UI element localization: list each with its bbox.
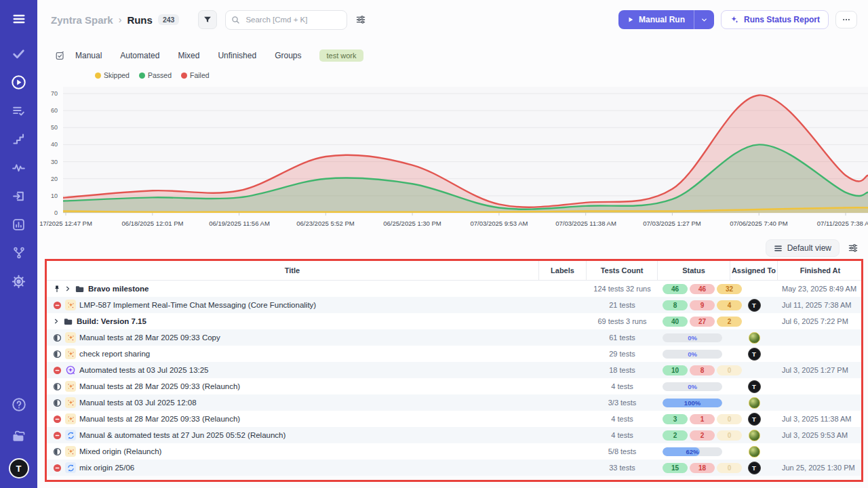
user-avatar[interactable]: T — [9, 458, 29, 479]
more-actions-button[interactable] — [835, 11, 857, 28]
title-cell: Mixed origin (Relaunch) — [46, 446, 539, 457]
finished-at-cell: Jul 3, 2025 9:53 AM — [778, 431, 863, 439]
column-settings-icon[interactable] — [848, 243, 859, 253]
legend-item-failed[interactable]: Failed — [181, 71, 210, 79]
table-row[interactable]: Manual tests at 03 Jul 2025 12:08 3/3 te… — [46, 394, 863, 411]
x-axis-tick: 07/03/2025 11:38 AM — [555, 220, 616, 227]
run-title[interactable]: Mixed origin (Relaunch) — [79, 447, 161, 455]
sidebar-item-help[interactable] — [10, 396, 28, 413]
in-progress-status-icon — [53, 382, 62, 391]
finished-at-cell: Jul 3, 2025 11:38 AM — [778, 415, 863, 423]
y-axis-tick: 40 — [37, 141, 58, 148]
finished-at-cell: Jul 11, 2025 7:38 AM — [778, 301, 863, 309]
column-header-finished-at[interactable]: Finished At — [778, 261, 863, 280]
tab-mixed[interactable]: Mixed — [178, 51, 199, 60]
sidebar-item-activity[interactable] — [10, 159, 28, 176]
sidebar-item-settings[interactable] — [10, 272, 28, 290]
assignee-avatar[interactable] — [749, 332, 760, 344]
table-row[interactable]: Build: Version 7.15 69 tests 3 runs 4027… — [46, 313, 863, 329]
assigned-to-cell — [730, 446, 778, 458]
table-row[interactable]: Automated tests at 03 Jul 2025 13:25 18 … — [46, 362, 863, 378]
default-view-button[interactable]: Default view — [766, 239, 840, 257]
table-row[interactable]: LMP-587 Implement Real-Time Chat Messagi… — [46, 297, 863, 313]
manual-run-icon — [65, 446, 76, 457]
table-row[interactable]: Bravo milestone 124 tests 32 runs 464632… — [46, 281, 863, 297]
run-title[interactable]: Manual tests at 03 Jul 2025 12:08 — [79, 399, 197, 407]
run-title[interactable]: Automated tests at 03 Jul 2025 13:25 — [79, 366, 209, 374]
runs-status-report-button[interactable]: Runs Status Report — [721, 10, 829, 29]
column-header-status[interactable]: Status — [658, 261, 730, 280]
run-title[interactable]: Manual & automated tests at 27 Jun 2025 … — [79, 431, 285, 439]
assignee-avatar[interactable] — [749, 430, 760, 441]
status-cell: 1080 — [658, 365, 730, 375]
run-title[interactable]: Manual tests at 28 Mar 2025 09:33 (Relau… — [79, 415, 240, 423]
legend-item-passed[interactable]: Passed — [139, 71, 172, 79]
assigned-to-cell — [730, 397, 778, 409]
expand-chevron-icon[interactable] — [64, 285, 71, 292]
assignee-avatar[interactable]: T — [748, 299, 761, 312]
assignee-avatar[interactable]: T — [748, 380, 761, 393]
search-input[interactable] — [244, 15, 328, 24]
table-row[interactable]: Manual tests at 28 Mar 2025 09:33 (Relau… — [46, 411, 863, 427]
tab-groups[interactable]: Groups — [275, 51, 301, 60]
sidebar-item-milestones[interactable] — [10, 130, 28, 148]
assignee-avatar[interactable]: T — [748, 462, 761, 474]
sidebar-item-shared-steps[interactable] — [10, 187, 28, 205]
tab-unfinished[interactable]: Unfinished — [218, 51, 256, 60]
manual-run-dropdown[interactable] — [694, 10, 714, 29]
sidebar-item-projects[interactable] — [10, 427, 28, 445]
assignee-avatar[interactable]: T — [748, 348, 761, 361]
column-header-labels[interactable]: Labels — [539, 261, 587, 280]
sidebar-item-runs[interactable] — [10, 73, 28, 91]
tab-manual[interactable]: Manual — [75, 51, 102, 60]
legend-item-skipped[interactable]: Skipped — [95, 71, 130, 79]
title-cell: Manual & automated tests at 27 Jun 2025 … — [46, 430, 539, 441]
status-cell: 0% — [658, 350, 730, 359]
status-cell: 464632 — [658, 284, 730, 294]
run-title[interactable]: Build: Version 7.15 — [77, 317, 146, 325]
active-filter-tag[interactable]: test work — [319, 49, 363, 62]
x-axis-tick: 06/25/2025 1:30 PM — [383, 220, 441, 227]
tab-automated[interactable]: Automated — [120, 51, 159, 60]
column-header-title[interactable]: Title — [46, 261, 539, 280]
column-header-tests-count[interactable]: Tests Count — [587, 261, 658, 280]
sidebar-item-tests[interactable] — [10, 45, 28, 62]
table-row[interactable]: Manual & automated tests at 27 Jun 2025 … — [46, 427, 863, 443]
assignee-avatar[interactable] — [749, 397, 760, 409]
x-axis-tick: 06/19/2025 11:56 AM — [209, 220, 270, 227]
search-box[interactable] — [225, 10, 347, 30]
run-title[interactable]: check report sharing — [79, 350, 150, 358]
run-title[interactable]: Manual tests at 28 Mar 2025 09:33 (Relau… — [79, 382, 240, 390]
runs-chart[interactable]: 01020304050607017/2025 12:47 PM06/18/202… — [37, 87, 868, 233]
failed-status-icon — [53, 301, 62, 310]
run-title[interactable]: mix origin 25/06 — [79, 464, 134, 472]
expand-chevron-icon[interactable] — [53, 318, 60, 325]
table-row[interactable]: Manual tests at 28 Mar 2025 09:33 (Relau… — [46, 378, 863, 394]
sidebar-item-reports[interactable] — [10, 216, 28, 233]
run-title[interactable]: Bravo milestone — [88, 285, 149, 293]
sidebar-bottom: T — [9, 396, 29, 479]
menu-icon[interactable] — [11, 11, 27, 27]
status-cell: 15180 — [658, 463, 730, 473]
run-title[interactable]: Manual tests at 28 Mar 2025 09:33 Copy — [79, 333, 220, 342]
table-row[interactable]: Mixed origin (Relaunch) 5/8 tests 62% — [46, 443, 863, 460]
sidebar-item-test-plans[interactable] — [10, 102, 28, 119]
column-header-assigned-to[interactable]: Assigned To — [730, 261, 778, 280]
assignee-avatar[interactable]: T — [748, 413, 761, 426]
table-row[interactable]: Manual tests at 28 Mar 2025 09:33 Copy 6… — [46, 329, 863, 346]
assignee-avatar[interactable] — [749, 446, 760, 458]
pin-icon — [53, 285, 61, 293]
breadcrumb-project[interactable]: Zyntra Spark — [51, 14, 113, 26]
run-note-icon[interactable] — [55, 51, 65, 61]
view-settings-icon[interactable] — [355, 14, 366, 25]
table-row[interactable]: check report sharing 29 tests 0% T — [46, 346, 863, 362]
assigned-to-cell: T — [730, 348, 778, 361]
manual-run-split-button: Manual Run — [618, 10, 714, 29]
sidebar-item-integrations[interactable] — [10, 244, 28, 262]
run-title[interactable]: LMP-587 Implement Real-Time Chat Messagi… — [79, 301, 316, 309]
x-axis-tick: 07/03/2025 1:27 PM — [643, 220, 701, 227]
table-row[interactable]: mix origin 25/06 33 tests 15180 T Jun 25… — [46, 460, 863, 476]
legend-dot — [139, 73, 145, 79]
filter-button[interactable] — [198, 10, 217, 29]
manual-run-button[interactable]: Manual Run — [618, 10, 694, 29]
